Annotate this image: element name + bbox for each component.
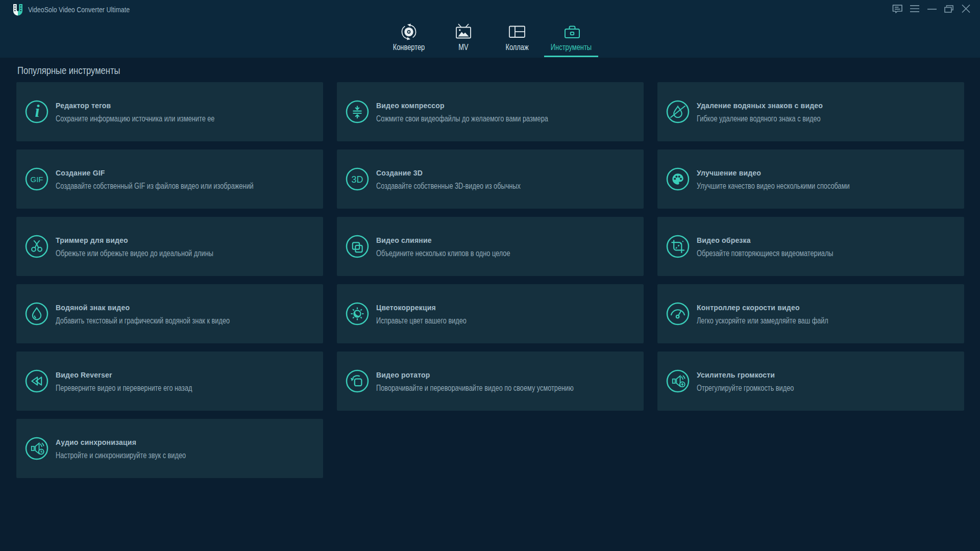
svg-text:i: i [35, 102, 40, 120]
svg-text:GIF: GIF [31, 175, 43, 184]
svg-text:3D: 3D [351, 174, 363, 185]
